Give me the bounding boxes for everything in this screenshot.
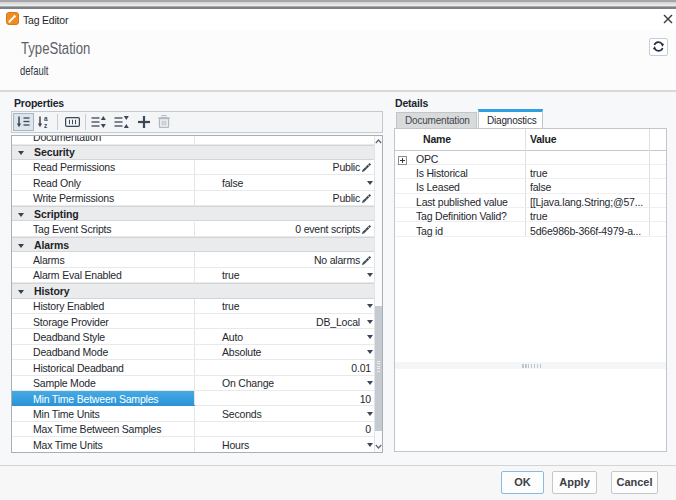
svg-text:z: z [44, 122, 48, 129]
